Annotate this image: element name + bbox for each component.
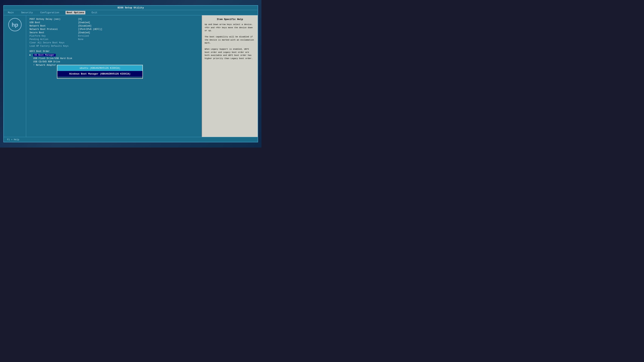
setting-label-load-hp-defaults: Load HP Factory Defaults Keys [30,45,78,48]
setting-platform-key: Platform Key Enrolled [30,34,198,38]
bios-title: BIOS Setup Utility [118,6,144,9]
bottom-bar: F1 = Help [4,137,258,142]
hp-logo-icon: hp [8,18,22,31]
network-adapter-indent [30,64,32,67]
setting-network-boot[interactable]: Network Boot [Disabled] [30,24,198,28]
boot-order-os-boot-manager[interactable]: ► OS Boot Manager [30,54,198,57]
setting-label-post-hotkey: POST Hotkey Delay (sec) [30,18,78,21]
uefi-boot-order-title: UEFI Boot Order [30,50,198,53]
svg-text:hp: hp [12,22,18,28]
popup-item-windows[interactable]: Windows Boot Manager (KBG40ZNV512G KIOXI… [57,71,142,77]
setting-label-secure-boot: Secure Boot [30,31,78,34]
help-title: Item Specific Help [205,18,255,21]
boot-order-usb-flash[interactable]: USB Flash Drive/USB Hard Disk [30,57,198,60]
setting-network-boot-protocol[interactable]: Network Boot Protocol [IPv4+IPv6 (UEFI)] [30,28,198,31]
setting-label-network-boot: Network Boot [30,25,78,27]
setting-value-network-boot-protocol: [IPv4+IPv6 (UEFI)] [78,28,102,31]
usb-flash-indent [30,57,32,60]
setting-pending-action: Pending Action None [30,38,198,41]
setting-value-post-hotkey: [0] [78,18,82,21]
setting-value-usb-boot: [Enabled] [78,21,90,24]
menu-bar: Main Security Configuration Boot Options… [4,10,258,15]
setting-label-platform-key: Platform Key [30,35,78,37]
menu-security[interactable]: Security [20,11,34,14]
popup-item-ubuntu[interactable]: ubuntu (KBG40ZNV512G KIOXIA) [57,65,142,71]
menu-boot-options[interactable]: Boot Options [66,11,85,14]
setting-usb-boot[interactable]: USB Boot [Enabled] [30,21,198,24]
usb-cddvd-label: USB CD/DVD ROM Drive [33,61,60,63]
menu-main[interactable]: Main [7,11,15,14]
setting-value-pending-action: None [78,38,84,41]
sidebar: hp [4,15,26,140]
setting-secure-boot[interactable]: Secure Boot [Enabled] [30,31,198,34]
setting-post-hotkey: POST Hotkey Delay (sec) [0] [30,18,198,21]
help-text: Up and Down arrow keys select a device. … [205,23,255,60]
popup-scrollbar [57,77,142,78]
setting-load-hp-defaults: Load HP Factory Defaults Keys [30,45,198,48]
setting-value-secure-boot: [Enabled] [78,31,90,34]
setting-label-network-boot-protocol: Network Boot Protocol [30,28,78,31]
setting-value-network-boot: [Disabled] [78,25,92,27]
content-area: hp POST Hotkey Delay (sec) [0] USB Boot … [4,15,258,140]
os-boot-manager-arrow-icon: ► [30,54,32,56]
setting-clear-secure-boot: Clear All Secure Boot Keys [30,41,198,45]
menu-configuration[interactable]: Configuration [39,11,60,14]
menu-exit[interactable]: Exit [90,11,98,14]
network-adapter-label: ! Network Adapter [33,64,56,67]
setting-label-pending-action: Pending Action [30,38,78,41]
setting-label-clear-secure-boot: Clear All Secure Boot Keys [30,42,78,44]
os-boot-popup: ubuntu (KBG40ZNV512G KIOXIA) Windows Boo… [57,65,143,79]
usb-flash-label: USB Flash Drive/USB Hard Disk [33,57,72,60]
settings-table: POST Hotkey Delay (sec) [0] USB Boot [En… [30,18,198,48]
setting-label-usb-boot: USB Boot [30,21,78,24]
title-bar: BIOS Setup Utility [4,6,258,10]
usb-cddvd-indent [30,61,32,63]
os-boot-manager-label: OS Boot Manager [33,54,56,56]
f1-help-label: F1 = Help [7,138,19,141]
setting-value-platform-key: Enrolled [78,35,89,37]
help-panel: Item Specific Help Up and Down arrow key… [202,15,258,140]
bios-window: BIOS Setup Utility Main Security Configu… [3,5,258,142]
boot-order-usb-cddvd[interactable]: USB CD/DVD ROM Drive [30,60,198,64]
main-content: POST Hotkey Delay (sec) [0] USB Boot [En… [26,15,202,140]
